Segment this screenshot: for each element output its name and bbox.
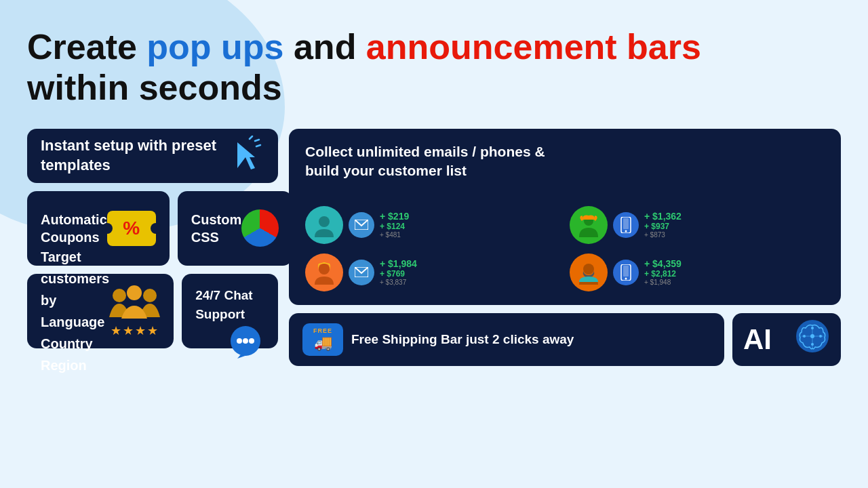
- ai-brain-icon: [795, 319, 830, 360]
- shipping-truck: FREE 🚚 Free Shipping Bar just 2 clicks a…: [302, 323, 574, 356]
- hero-line2: within seconds: [27, 68, 841, 108]
- svg-point-10: [243, 338, 248, 344]
- shipping-card: FREE 🚚 Free Shipping Bar just 2 clicks a…: [289, 313, 724, 366]
- money-sub1-4: + $2,812: [644, 269, 682, 279]
- svg-point-30: [811, 327, 814, 329]
- money-sub2-3: + $3,837: [380, 279, 417, 286]
- money-stats-2: + $1,362 + $937 + $873: [644, 211, 682, 239]
- svg-point-6: [143, 289, 157, 302]
- truck-badge: FREE 🚚: [302, 323, 343, 356]
- ai-label: AI: [743, 323, 772, 356]
- svg-line-1: [255, 140, 259, 141]
- shipping-label: Free Shipping Bar just 2 clicks away: [351, 332, 574, 347]
- truck-emoji: 🚚: [314, 334, 332, 352]
- people-svg: [109, 283, 160, 321]
- hero-text-start: Create: [27, 27, 146, 66]
- stars: ★★★★: [111, 323, 159, 338]
- money-main-1: + $219: [380, 211, 409, 222]
- money-stats-3: + $1,984 + $769 + $3,837: [380, 258, 417, 286]
- target-card: Target customers by Language Country Reg…: [27, 274, 174, 348]
- hero-text-blue: pop ups: [146, 27, 283, 66]
- money-stats-1: + $219 + $124 + $481: [380, 211, 409, 239]
- svg-point-13: [319, 216, 330, 227]
- svg-point-22: [583, 264, 594, 274]
- svg-point-25: [625, 277, 627, 279]
- svg-rect-18: [623, 218, 629, 229]
- hero-text-mid: and: [284, 27, 366, 66]
- avatar-1: [305, 206, 343, 244]
- avatar-2: [570, 206, 608, 244]
- phone-icon-4: [613, 260, 639, 285]
- svg-rect-24: [623, 266, 629, 277]
- hero-text-red: announcement bars: [366, 27, 701, 66]
- customer-item-2: + $1,362 + $937 + $873: [570, 206, 825, 244]
- chat-icon: [227, 325, 264, 361]
- avatar-3: [305, 253, 343, 291]
- chat-card: 24/7 Chat Support: [182, 274, 278, 348]
- content-grid: Instant setup with preset templates: [27, 129, 841, 474]
- phone-icon-2: [613, 212, 639, 238]
- svg-point-31: [811, 343, 814, 346]
- css-card: Custom CSS: [178, 191, 292, 266]
- target-content: Target customers by Language Country Reg…: [41, 246, 160, 376]
- svg-point-29: [810, 334, 814, 338]
- color-wheel-icon: [241, 209, 279, 247]
- money-sub1-1: + $124: [380, 222, 409, 231]
- hero-line1: Create pop ups and announcement bars: [27, 27, 841, 68]
- target-chat-row: Target customers by Language Country Reg…: [27, 274, 278, 348]
- svg-marker-4: [245, 157, 255, 169]
- customer-title: Collect unlimited emails / phones &build…: [305, 142, 545, 181]
- svg-line-2: [256, 145, 260, 146]
- svg-point-11: [249, 338, 254, 344]
- ai-card: AI: [732, 313, 841, 366]
- target-label: Target customers by Language Country Reg…: [41, 246, 109, 376]
- money-sub1-2: + $937: [644, 222, 682, 231]
- main-container: Create pop ups and announcement bars wit…: [0, 0, 868, 488]
- email-icon-1: [349, 212, 374, 238]
- email-icon-3: [349, 260, 374, 285]
- customer-item-4: + $4,359 + $2,812 + $1,948: [570, 253, 825, 291]
- svg-point-9: [237, 338, 242, 344]
- chat-label: 24/7 Chat Support: [195, 286, 264, 325]
- svg-point-33: [819, 335, 822, 338]
- people-icon-area: ★★★★: [109, 283, 160, 338]
- money-main-4: + $4,359: [644, 258, 682, 269]
- money-sub2-2: + $873: [644, 231, 682, 239]
- bottom-row: FREE 🚚 Free Shipping Bar just 2 clicks a…: [289, 313, 841, 366]
- svg-point-32: [803, 335, 806, 338]
- free-text: FREE: [313, 327, 332, 334]
- percent-sign: %: [123, 218, 140, 239]
- cursor-icon-area: [231, 136, 264, 176]
- money-sub1-3: + $769: [380, 269, 417, 279]
- money-main-2: + $1,362: [644, 211, 682, 222]
- svg-point-7: [127, 285, 142, 300]
- svg-point-19: [625, 230, 627, 232]
- svg-line-0: [250, 136, 252, 139]
- avatar-4: [570, 253, 608, 291]
- hero-title: Create pop ups and announcement bars wit…: [27, 27, 841, 108]
- customer-item-1: + $219 + $124 + $481: [305, 206, 560, 244]
- money-sub2-4: + $1,948: [644, 279, 682, 286]
- css-label: Custom CSS: [191, 211, 241, 246]
- svg-point-5: [113, 289, 126, 302]
- right-column: Collect unlimited emails / phones &build…: [289, 129, 841, 474]
- preset-templates-card: Instant setup with preset templates: [27, 129, 278, 183]
- customer-item-3: + $1,984 + $769 + $3,837: [305, 253, 560, 291]
- money-main-3: + $1,984: [380, 258, 417, 269]
- left-column: Instant setup with preset templates: [27, 129, 278, 474]
- coupons-label: Automatic Coupons: [41, 211, 107, 246]
- customer-card: Collect unlimited emails / phones &build…: [289, 129, 841, 305]
- preset-label: Instant setup with preset templates: [41, 136, 231, 175]
- customer-grid: + $219 + $124 + $481: [305, 206, 825, 291]
- money-stats-4: + $4,359 + $2,812 + $1,948: [644, 258, 682, 286]
- coupon-icon: %: [107, 211, 156, 246]
- money-sub2-1: + $481: [380, 231, 409, 239]
- svg-point-20: [319, 264, 330, 274]
- cursor-icon: [231, 136, 264, 176]
